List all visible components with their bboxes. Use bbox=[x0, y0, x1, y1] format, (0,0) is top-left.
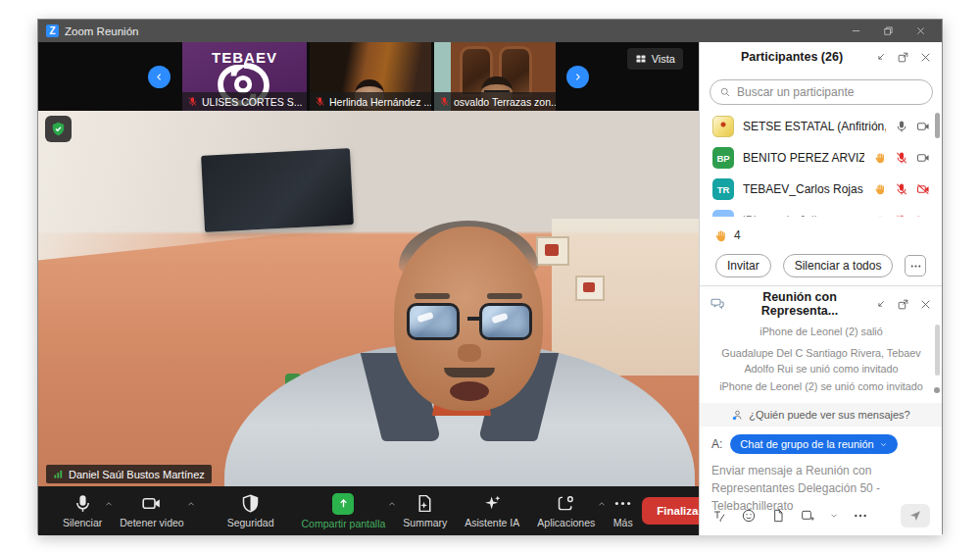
muted-mic-icon[interactable] bbox=[895, 151, 908, 165]
main-speaker-video: Daniel Saúl Bustos Martínez bbox=[38, 111, 699, 486]
close-icon[interactable] bbox=[915, 25, 926, 36]
stop-video-button[interactable]: Detener video bbox=[111, 486, 192, 535]
view-button[interactable]: Vista bbox=[627, 48, 683, 70]
popout-panel-icon[interactable] bbox=[897, 298, 909, 311]
avatar: BP bbox=[712, 147, 734, 169]
avatar: TR bbox=[712, 178, 734, 200]
mute-all-button[interactable]: Silenciar a todos bbox=[783, 254, 894, 277]
recipient-label: Chat de grupo de la reunión bbox=[740, 438, 873, 450]
encryption-badge[interactable] bbox=[45, 116, 72, 142]
lens-glare bbox=[491, 313, 508, 325]
muted-mic-icon[interactable] bbox=[895, 214, 908, 217]
mute-button[interactable]: Silenciar bbox=[54, 486, 111, 535]
participant-row[interactable]: iP iPhone de Juli... bbox=[700, 205, 942, 217]
participant-search[interactable] bbox=[710, 79, 933, 105]
message-privacy-note[interactable]: ¿Quién puede ver sus mensajes? bbox=[700, 403, 942, 427]
meeting-content: TEBAEV ULISES CORTES S... Herlinda Herná… bbox=[38, 42, 942, 535]
muted-mic-icon bbox=[315, 96, 325, 107]
summary-button[interactable]: Summary bbox=[394, 486, 456, 535]
wall-shelf bbox=[552, 219, 699, 376]
next-videos-button[interactable] bbox=[566, 66, 589, 88]
participant-name: iPhone de Juli... bbox=[743, 214, 864, 217]
toolbar-label: Summary bbox=[403, 517, 447, 528]
eyebrow bbox=[487, 293, 522, 299]
wall-art bbox=[536, 236, 569, 266]
muted-mic-icon bbox=[439, 96, 450, 107]
connection-signal-icon bbox=[53, 469, 64, 479]
participant-name-overlay: Herlinda Hernández ... bbox=[310, 92, 431, 111]
search-input[interactable] bbox=[737, 85, 913, 99]
camera-off-icon[interactable] bbox=[916, 182, 930, 196]
shield-check-icon bbox=[50, 121, 67, 137]
participant-name: SETSE ESTATAL (Anfitrión, yo) bbox=[743, 120, 886, 133]
participants-header: Participantes (26) bbox=[700, 42, 942, 72]
apps-button[interactable]: Aplicaciones bbox=[528, 486, 604, 535]
system-message: iPhone de Leonel (2) se unió como invita… bbox=[719, 379, 923, 395]
recipient-selector[interactable]: Chat de grupo de la reunión bbox=[730, 434, 897, 454]
glasses-lens bbox=[407, 303, 460, 340]
participant-row[interactable]: TR TEBAEV_Carlos Rojas bbox=[700, 174, 942, 205]
eyebrow bbox=[415, 293, 450, 299]
more-dots-icon[interactable] bbox=[853, 508, 868, 524]
shield-icon bbox=[240, 493, 261, 514]
emoji-icon[interactable] bbox=[741, 508, 757, 524]
camera-off-icon[interactable] bbox=[916, 214, 930, 217]
security-button[interactable]: Seguridad bbox=[219, 486, 283, 535]
avatar: iP bbox=[712, 210, 734, 217]
close-panel-icon[interactable] bbox=[919, 51, 932, 64]
raised-hands-count: 4 bbox=[713, 225, 741, 246]
close-panel-icon[interactable] bbox=[919, 298, 932, 311]
speaker-mouth bbox=[450, 381, 489, 401]
apps-icon bbox=[556, 493, 576, 514]
participant-name-overlay: osvaldo Terrazas zon... bbox=[434, 92, 556, 111]
participants-title: Participantes (26) bbox=[710, 50, 874, 64]
toolbar-label: Más bbox=[613, 517, 633, 528]
speaker-name-tag: Daniel Saúl Bustos Martínez bbox=[46, 465, 212, 483]
chevron-up-icon[interactable] bbox=[186, 495, 196, 505]
camera-on-icon[interactable] bbox=[916, 120, 930, 133]
hands-count-value: 4 bbox=[734, 228, 741, 242]
grid-view-icon bbox=[635, 53, 647, 65]
send-plane-icon bbox=[908, 509, 922, 523]
video-thumbnail[interactable]: Herlinda Hernández ... bbox=[310, 42, 431, 111]
speaker-mustache bbox=[444, 368, 495, 377]
chevron-down-icon bbox=[879, 440, 888, 449]
privacy-note-text: ¿Quién puede ver sus mensajes? bbox=[749, 409, 909, 421]
participants-scrollbar[interactable] bbox=[935, 113, 940, 138]
screenshot-icon[interactable] bbox=[800, 508, 815, 524]
glasses-lens bbox=[479, 303, 532, 340]
send-message-button[interactable] bbox=[901, 504, 930, 527]
meeting-toolbar: Silenciar Detener video Seguridad Compar… bbox=[38, 486, 699, 535]
toolbar-label: Detener video bbox=[120, 517, 183, 528]
chat-bubbles-icon bbox=[710, 296, 725, 312]
sparkle-icon bbox=[482, 493, 503, 514]
toolbar-label: Seguridad bbox=[227, 517, 274, 528]
participant-list: SETSE ESTATAL (Anfitrión, yo) BP BENITO … bbox=[700, 111, 942, 217]
chat-title: Reunión con Representa... bbox=[725, 290, 874, 318]
restore-icon[interactable] bbox=[883, 25, 894, 36]
wall-art bbox=[575, 276, 605, 301]
popout-panel-icon[interactable] bbox=[897, 51, 909, 64]
participant-row[interactable]: SETSE ESTATAL (Anfitrión, yo) bbox=[700, 111, 942, 142]
chat-scrollbar[interactable] bbox=[935, 325, 940, 376]
collapse-panel-icon[interactable] bbox=[874, 298, 887, 311]
prev-videos-button[interactable] bbox=[148, 66, 171, 88]
muted-mic-icon[interactable] bbox=[895, 182, 908, 196]
mic-on-icon[interactable] bbox=[895, 120, 908, 133]
camera-on-icon[interactable] bbox=[916, 151, 930, 165]
file-attach-icon[interactable] bbox=[770, 508, 786, 524]
share-screen-button[interactable]: Compartir pantalla bbox=[293, 486, 395, 535]
video-thumbnail[interactable]: osvaldo Terrazas zon... bbox=[434, 42, 556, 111]
collapse-panel-icon[interactable] bbox=[874, 51, 887, 64]
participant-row[interactable]: BP BENITO PEREZ ARVIZU bbox=[700, 142, 942, 174]
ai-assistant-button[interactable]: Asistente IA bbox=[456, 486, 528, 535]
muted-mic-icon bbox=[187, 96, 198, 107]
title-bar: Z Zoom Reunión bbox=[38, 20, 942, 42]
chevron-down-icon[interactable] bbox=[829, 511, 839, 521]
text-format-icon[interactable] bbox=[711, 508, 727, 524]
minimize-icon[interactable] bbox=[851, 25, 861, 36]
more-button[interactable]: Más bbox=[604, 486, 642, 535]
video-thumbnail[interactable]: TEBAEV ULISES CORTES S... bbox=[182, 42, 307, 111]
participants-more-button[interactable] bbox=[905, 255, 926, 276]
invite-button[interactable]: Invitar bbox=[715, 254, 771, 277]
